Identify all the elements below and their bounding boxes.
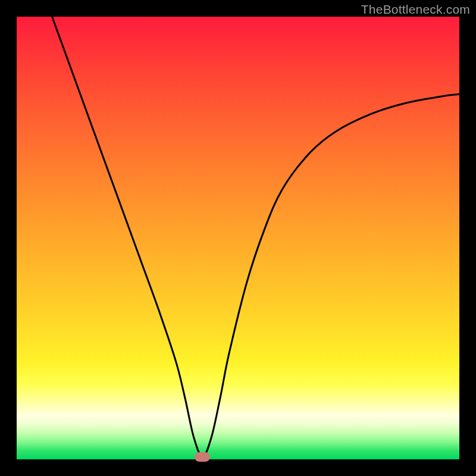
curve-path (52, 17, 459, 457)
chart-frame: TheBottleneck.com (0, 0, 476, 476)
plot-area (17, 17, 459, 459)
watermark-text: TheBottleneck.com (361, 2, 470, 17)
curve-svg (17, 17, 459, 459)
minimum-marker (195, 452, 210, 462)
